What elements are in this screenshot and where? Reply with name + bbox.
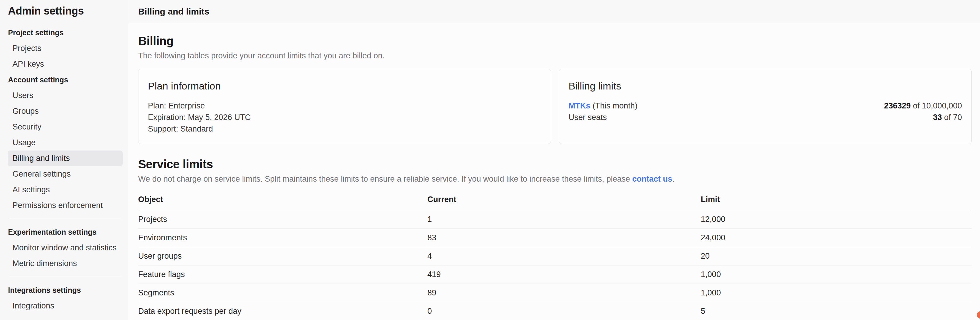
mtks-used: 236329 <box>884 101 911 110</box>
sidebar-section-account-settings: Account settings <box>8 72 123 88</box>
support-line: Support: Standard <box>148 123 541 135</box>
sidebar-item-api-keys[interactable]: API keys <box>8 56 123 72</box>
sidebar-section-project-settings: Project settings <box>8 25 123 41</box>
current-cell: 89 <box>428 284 701 302</box>
user-seats-value: 33 of 70 <box>933 112 962 123</box>
sidebar-divider <box>8 219 123 219</box>
main-panel: Billing and limits Billing The following… <box>128 0 980 320</box>
service-limits-heading: Service limits <box>138 158 972 171</box>
mtks-label-suffix: (This month) <box>590 101 638 110</box>
billing-limits-title: Billing limits <box>568 80 962 92</box>
object-cell: Segments <box>138 284 428 302</box>
sidebar-item-monitor-window-and-statistics[interactable]: Monitor window and statistics <box>8 240 123 256</box>
subtitle-text: We do not charge on service limits. Spli… <box>138 174 632 184</box>
table-row: Segments 89 1,000 <box>138 284 972 302</box>
current-cell: 419 <box>428 266 701 284</box>
column-header-current: Current <box>428 191 701 211</box>
user-seats-label: User seats <box>568 112 607 123</box>
object-cell: User groups <box>138 247 428 266</box>
sidebar-item-projects[interactable]: Projects <box>8 41 123 56</box>
object-cell: Feature flags <box>138 266 428 284</box>
sidebar-item-users[interactable]: Users <box>8 88 123 103</box>
subtitle-period: . <box>672 174 675 184</box>
billing-section: Billing The following tables provide you… <box>138 34 972 144</box>
sidebar-section-integrations-settings: Integrations settings <box>8 282 123 298</box>
sidebar-item-integrations[interactable]: Integrations <box>8 298 123 314</box>
billing-limits-card: Billing limits MTKs (This month) 236329 … <box>559 69 972 144</box>
table-row: Environments 83 24,000 <box>138 229 972 247</box>
sidebar-item-general-settings[interactable]: General settings <box>8 166 123 182</box>
object-cell: Data export requests per day <box>138 302 428 320</box>
current-cell: 83 <box>428 229 701 247</box>
sidebar-section-experimentation-settings: Experimentation settings <box>8 224 123 240</box>
user-seats-total: of 70 <box>942 113 962 122</box>
limit-cell: 1,000 <box>701 266 972 284</box>
billing-cards: Plan information Plan: Enterprise Expira… <box>138 69 972 144</box>
mtks-value: 236329 of 10,000,000 <box>884 100 962 112</box>
table-row: User groups 4 20 <box>138 247 972 266</box>
table-header-row: Object Current Limit <box>138 191 972 211</box>
sidebar-item-groups[interactable]: Groups <box>8 103 123 119</box>
limit-cell: 12,000 <box>701 211 972 229</box>
user-seats-limit-row: User seats 33 of 70 <box>568 112 962 123</box>
sidebar-item-usage[interactable]: Usage <box>8 135 123 150</box>
plan-information-title: Plan information <box>148 80 541 92</box>
user-seats-used: 33 <box>933 113 942 122</box>
sidebar-item-permissions-enforcement[interactable]: Permissions enforcement <box>8 198 123 213</box>
limit-cell: 24,000 <box>701 229 972 247</box>
sidebar-item-billing-and-limits[interactable]: Billing and limits <box>8 150 123 166</box>
current-cell: 0 <box>428 302 701 320</box>
table-row: Data export requests per day 0 5 <box>138 302 972 320</box>
page-title: Billing and limits <box>138 6 209 17</box>
service-limits-table: Object Current Limit Projects 1 12,000 E… <box>138 191 972 320</box>
table-row: Feature flags 419 1,000 <box>138 266 972 284</box>
billing-subtitle: The following tables provide your accoun… <box>138 51 972 60</box>
column-header-limit: Limit <box>701 191 972 211</box>
current-cell: 4 <box>428 247 701 266</box>
current-cell: 1 <box>428 211 701 229</box>
limit-cell: 5 <box>701 302 972 320</box>
sidebar-divider <box>8 277 123 277</box>
plan-information-card: Plan information Plan: Enterprise Expira… <box>138 69 551 144</box>
page-content: Billing The following tables provide you… <box>128 23 980 320</box>
limit-cell: 20 <box>701 247 972 266</box>
table-row: Projects 1 12,000 <box>138 211 972 229</box>
service-limits-section: Service limits We do not charge on servi… <box>138 158 972 320</box>
sidebar-item-ai-settings[interactable]: AI settings <box>8 182 123 198</box>
admin-settings-sidebar: Admin settings Project settings Projects… <box>0 0 128 320</box>
contact-us-link[interactable]: contact us <box>632 174 672 184</box>
service-limits-subtitle: We do not charge on service limits. Spli… <box>138 174 972 184</box>
sidebar-item-security[interactable]: Security <box>8 119 123 135</box>
mtks-label: MTKs (This month) <box>568 100 638 112</box>
page-header: Billing and limits <box>128 0 980 23</box>
limit-cell: 1,000 <box>701 284 972 302</box>
expiration-line: Expiration: May 5, 2026 UTC <box>148 112 541 123</box>
billing-heading: Billing <box>138 34 972 48</box>
mtks-limit-row: MTKs (This month) 236329 of 10,000,000 <box>568 100 962 112</box>
column-header-object: Object <box>138 191 428 211</box>
object-cell: Environments <box>138 229 428 247</box>
sidebar-item-metric-dimensions[interactable]: Metric dimensions <box>8 256 123 271</box>
mtks-total: of 10,000,000 <box>911 101 962 110</box>
object-cell: Projects <box>138 211 428 229</box>
plan-line: Plan: Enterprise <box>148 100 541 112</box>
mtks-link[interactable]: MTKs <box>568 101 590 110</box>
sidebar-title: Admin settings <box>8 5 123 17</box>
